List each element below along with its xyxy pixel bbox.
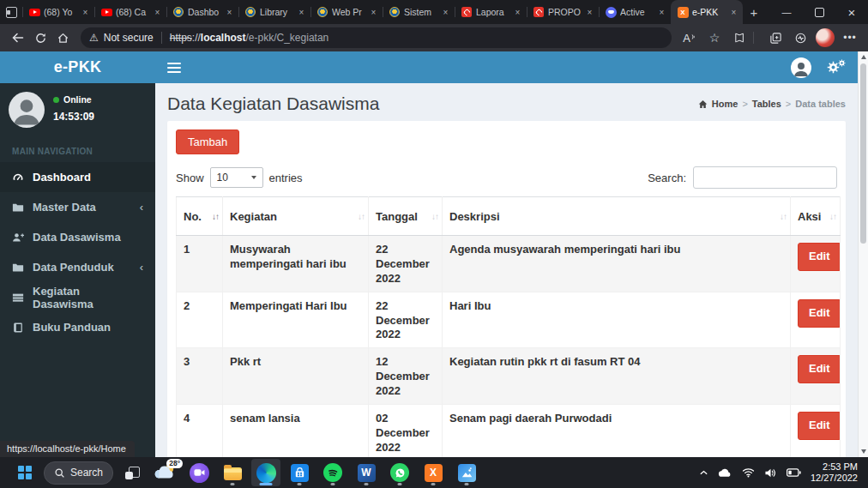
sidebar-item-data-dasawisma[interactable]: Data Dasawisma — [0, 222, 155, 252]
scroll-down-button[interactable] — [859, 446, 868, 457]
maximize-button[interactable] — [803, 0, 835, 24]
edit-button[interactable]: Edit — [798, 299, 841, 328]
browser-tab[interactable]: Lapora× — [455, 0, 527, 24]
new-tab-button[interactable]: + — [743, 0, 765, 24]
security-label[interactable]: Not secure — [104, 32, 154, 44]
close-icon[interactable]: × — [368, 7, 379, 18]
col-header-no[interactable]: No.↓↑ — [177, 197, 223, 236]
user-plus-icon — [12, 232, 24, 244]
sort-icon: ↓↑ — [358, 212, 365, 221]
read-aloud-button[interactable]: A — [678, 27, 701, 49]
xampp-button[interactable]: X — [419, 459, 448, 486]
scrollbar-thumb[interactable] — [860, 63, 866, 244]
edge-button[interactable] — [251, 459, 280, 486]
close-icon[interactable]: × — [224, 7, 235, 18]
breadcrumb-home[interactable]: Home — [712, 99, 738, 109]
col-header-deskripsi[interactable]: Deskripsi↓↑ — [443, 197, 791, 236]
close-icon[interactable]: × — [728, 7, 739, 18]
onedrive-button[interactable] — [718, 467, 732, 478]
microsoft-store-button[interactable] — [285, 459, 314, 486]
back-button[interactable] — [7, 27, 29, 49]
wifi-button[interactable] — [742, 467, 755, 478]
clock-widget[interactable]: 2:53 PM 12/27/2022 — [811, 461, 858, 484]
spotify-button[interactable] — [318, 459, 347, 486]
tab-actions-button[interactable] — [0, 0, 22, 24]
page-title: Data Kegiatan Dasawisma — [167, 93, 379, 114]
collections-icon — [769, 32, 782, 45]
home-button[interactable] — [51, 27, 74, 49]
tab-label: Sistem — [404, 7, 437, 17]
search-input[interactable] — [693, 166, 837, 189]
brand-logo[interactable]: e-PKK — [0, 51, 155, 83]
browser-tab[interactable]: Dashbo× — [166, 0, 238, 24]
edit-button[interactable]: Edit — [798, 355, 841, 383]
edit-button[interactable]: Edit — [798, 412, 841, 440]
close-icon[interactable]: × — [656, 7, 667, 18]
photos-button[interactable] — [452, 459, 481, 486]
profile-button[interactable] — [814, 27, 836, 49]
word-button[interactable]: W — [352, 459, 381, 486]
browser-tab[interactable]: Library× — [238, 0, 310, 24]
browser-tab[interactable]: Active× — [599, 0, 671, 24]
close-window-button[interactable] — [835, 0, 868, 24]
person-icon — [791, 57, 811, 78]
taskbar-search[interactable]: Search — [44, 461, 113, 485]
read-aloud-icon: A — [683, 32, 696, 45]
close-icon[interactable]: × — [440, 7, 451, 18]
sidebar-item-master-data[interactable]: Master Data‹ — [0, 192, 155, 222]
table-icon — [12, 292, 24, 304]
volume-button[interactable] — [764, 467, 777, 479]
collections-button[interactable] — [764, 27, 787, 49]
camera-app-button[interactable] — [184, 459, 214, 486]
ellipsis-icon: ••• — [843, 32, 857, 44]
sidebar-item-kegiatan-dasawisma[interactable]: Kegiatan Dasawisma — [0, 282, 155, 312]
col-header-aksi[interactable]: Aksi↓↑ — [791, 197, 841, 236]
browser-tab[interactable]: Sistem× — [383, 0, 455, 24]
sidebar-item-data-penduduk[interactable]: Data Penduduk‹ — [0, 252, 155, 282]
tambah-button[interactable]: Tambah — [176, 130, 239, 154]
cell-kegiatan: Pkk rt — [223, 348, 369, 405]
page-scrollbar[interactable] — [858, 51, 868, 457]
page-size-value: 10 — [217, 172, 228, 184]
browser-tab[interactable]: PROPO× — [527, 0, 599, 24]
whatsapp-button[interactable] — [385, 459, 414, 486]
browser-tab[interactable]: Web Pr× — [310, 0, 383, 24]
close-icon[interactable]: × — [584, 7, 595, 18]
sidebar-toggle-button[interactable] — [167, 63, 181, 73]
scroll-up-button[interactable] — [859, 51, 868, 63]
close-icon[interactable]: × — [152, 7, 163, 18]
browser-essentials-button[interactable] — [789, 27, 811, 49]
page-size-select[interactable]: 10 — [210, 167, 263, 188]
start-button[interactable] — [10, 459, 39, 486]
navbar-user-avatar[interactable] — [791, 57, 811, 78]
task-view-button[interactable] — [118, 459, 147, 486]
address-bar[interactable]: ⚠ Not secure https://localhost/e-pkk/C_k… — [81, 27, 672, 48]
cell-tanggal: 12 December 2022 — [369, 348, 443, 405]
close-icon[interactable]: × — [512, 7, 523, 18]
browser-tab[interactable]: (68) Ca× — [94, 0, 166, 24]
edit-button[interactable]: Edit — [798, 243, 841, 271]
sidebar-button[interactable] — [728, 27, 750, 49]
browser-tab[interactable]: e-PKK× — [671, 0, 743, 24]
close-icon[interactable]: × — [80, 7, 91, 18]
breadcrumb-tables[interactable]: Tables — [752, 99, 781, 109]
browser-tab[interactable]: (68) Yo× — [22, 0, 94, 24]
close-icon[interactable]: × — [296, 7, 307, 18]
reload-button[interactable] — [29, 27, 51, 49]
url-separator: :// — [192, 32, 201, 44]
col-header-tanggal[interactable]: Tanggal↓↑ — [369, 197, 443, 236]
battery-button[interactable] — [787, 468, 801, 477]
add-favorite-button[interactable]: ☆ — [703, 27, 726, 49]
settings-menu-button[interactable]: ••• — [839, 27, 861, 49]
table-row: 2Memperingati Hari Ibu22 December 2022Ha… — [177, 292, 841, 348]
file-explorer-button[interactable] — [218, 459, 247, 486]
col-header-kegiatan[interactable]: Kegiatan↓↑ — [223, 197, 369, 236]
minimize-button[interactable] — [770, 0, 803, 24]
weather-widget[interactable]: 28° — [151, 459, 180, 486]
hidden-icons-button[interactable] — [699, 469, 708, 476]
settings-gears-button[interactable] — [827, 61, 846, 74]
pdf-icon — [533, 6, 545, 18]
sidebar-item-buku-panduan[interactable]: Buku Panduan — [0, 312, 155, 342]
online-dot-icon — [53, 97, 59, 103]
sidebar-item-dashboard[interactable]: Dashboard — [0, 162, 155, 192]
